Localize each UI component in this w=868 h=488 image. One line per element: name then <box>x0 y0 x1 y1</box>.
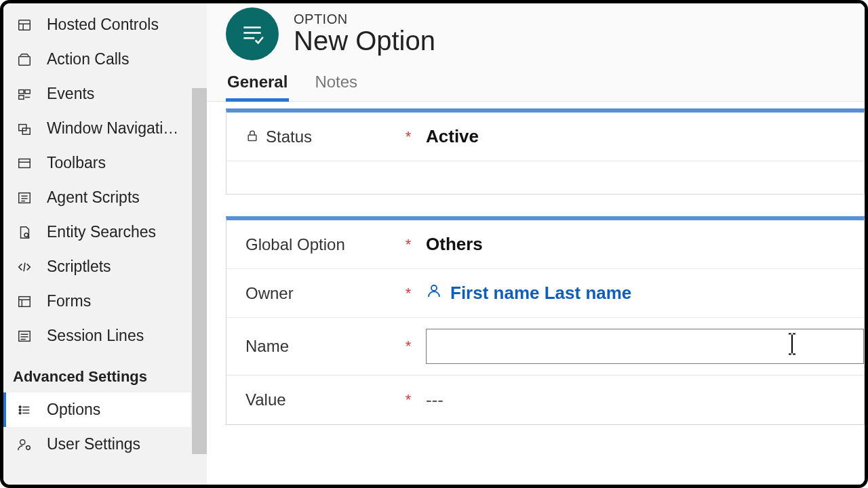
field-label: Status <box>266 127 312 146</box>
sidebar: Hosted Controls Action Calls Events Wind… <box>3 3 207 485</box>
sidebar-item-session-lines[interactable]: Session Lines <box>3 319 191 353</box>
svg-point-31 <box>20 439 25 444</box>
sidebar-item-entity-searches[interactable]: Entity Searches <box>3 215 191 249</box>
navigation-icon <box>16 120 33 138</box>
svg-rect-9 <box>19 159 31 167</box>
script-list-icon <box>16 189 33 207</box>
sidebar-item-label: Entity Searches <box>47 223 156 241</box>
svg-point-29 <box>19 412 21 414</box>
required-mark: * <box>403 338 414 355</box>
tab-notes[interactable]: Notes <box>313 68 359 101</box>
svg-rect-4 <box>19 89 24 94</box>
required-mark: * <box>403 391 414 409</box>
sidebar-item-label: Events <box>47 85 94 103</box>
sidebar-item-events[interactable]: Events <box>3 77 191 111</box>
sidebar-item-label: Hosted Controls <box>47 16 159 34</box>
sidebar-item-label: Agent Scripts <box>47 188 140 207</box>
svg-rect-40 <box>248 135 256 140</box>
svg-point-15 <box>24 232 28 237</box>
search-file-icon <box>16 224 33 241</box>
svg-line-17 <box>24 262 25 271</box>
code-icon <box>16 258 33 276</box>
panel-status: Status * Active <box>226 108 865 195</box>
field-row-value: Value * --- <box>226 375 864 424</box>
svg-point-27 <box>19 409 21 411</box>
field-label: Global Option <box>245 235 345 254</box>
entity-badge-icon <box>226 7 279 60</box>
sidebar-item-label: Action Calls <box>47 50 129 68</box>
lines-icon <box>16 327 33 345</box>
page-title: New Option <box>294 26 435 56</box>
name-input-wrapper <box>426 329 864 364</box>
user-icon <box>426 283 442 304</box>
options-icon <box>16 401 33 419</box>
sidebar-item-label: Session Lines <box>47 327 144 345</box>
svg-rect-6 <box>19 95 24 99</box>
svg-rect-3 <box>19 56 31 65</box>
owner-lookup[interactable]: First name Last name <box>414 283 864 304</box>
panel-details: Global Option * Others Owner * First nam… <box>226 216 865 425</box>
toolbar-icon <box>16 155 33 172</box>
sidebar-item-forms[interactable]: Forms <box>3 284 191 319</box>
field-row-status: Status * Active <box>226 113 864 161</box>
field-label: Name <box>245 337 289 356</box>
name-input[interactable] <box>433 329 856 363</box>
user-gear-icon <box>16 436 33 453</box>
sidebar-item-agent-scripts[interactable]: Agent Scripts <box>3 180 191 215</box>
sidebar-item-window-navigation[interactable]: Window Navigatio… <box>3 111 191 146</box>
field-row-owner: Owner * First name Last name <box>226 269 864 318</box>
sidebar-item-label: User Settings <box>47 435 140 453</box>
sidebar-item-label: Options <box>47 401 100 419</box>
required-mark: * <box>403 128 414 146</box>
page-header: OPTION New Option <box>207 3 865 66</box>
svg-rect-18 <box>19 296 31 306</box>
svg-point-25 <box>19 406 21 408</box>
action-icon <box>16 51 33 68</box>
owner-name: First name Last name <box>450 283 631 304</box>
sidebar-item-label: Toolbars <box>47 154 106 172</box>
header-eyebrow: OPTION <box>294 12 435 27</box>
sidebar-item-hosted-controls[interactable]: Hosted Controls <box>3 7 191 42</box>
field-row-name: Name * <box>226 318 864 375</box>
tab-general[interactable]: General <box>226 68 289 102</box>
main-panel: OPTION New Option General Notes Status * <box>207 3 865 485</box>
svg-rect-5 <box>25 89 30 94</box>
sidebar-section-heading: Advanced Settings <box>3 353 191 392</box>
layout-icon <box>16 16 33 34</box>
sidebar-item-scriptlets[interactable]: Scriptlets <box>3 249 191 284</box>
svg-point-32 <box>26 445 31 449</box>
field-label: Owner <box>245 284 294 303</box>
sidebar-item-user-settings[interactable]: User Settings <box>3 427 191 462</box>
svg-point-41 <box>431 285 437 291</box>
panel-spacer <box>226 161 864 194</box>
status-value[interactable]: Active <box>414 126 864 147</box>
sidebar-item-label: Scriptlets <box>47 258 111 276</box>
value-input[interactable]: --- <box>414 390 864 411</box>
form-icon <box>16 293 33 310</box>
sidebar-item-label: Window Navigatio… <box>47 119 181 138</box>
required-mark: * <box>403 285 414 302</box>
field-row-global-option: Global Option * Others <box>226 220 864 269</box>
global-option-lookup[interactable]: Others <box>414 234 864 255</box>
required-mark: * <box>403 236 414 253</box>
sidebar-item-label: Forms <box>47 292 91 310</box>
field-label: Value <box>245 390 286 409</box>
sidebar-scrollbar-thumb[interactable] <box>192 88 207 454</box>
events-icon <box>16 85 33 103</box>
sidebar-item-toolbars[interactable]: Toolbars <box>3 146 191 180</box>
sidebar-item-options[interactable]: Options <box>3 392 191 427</box>
sidebar-item-action-calls[interactable]: Action Calls <box>3 42 191 77</box>
svg-rect-0 <box>19 20 31 30</box>
lock-icon <box>245 127 259 146</box>
tab-bar: General Notes <box>207 66 865 102</box>
